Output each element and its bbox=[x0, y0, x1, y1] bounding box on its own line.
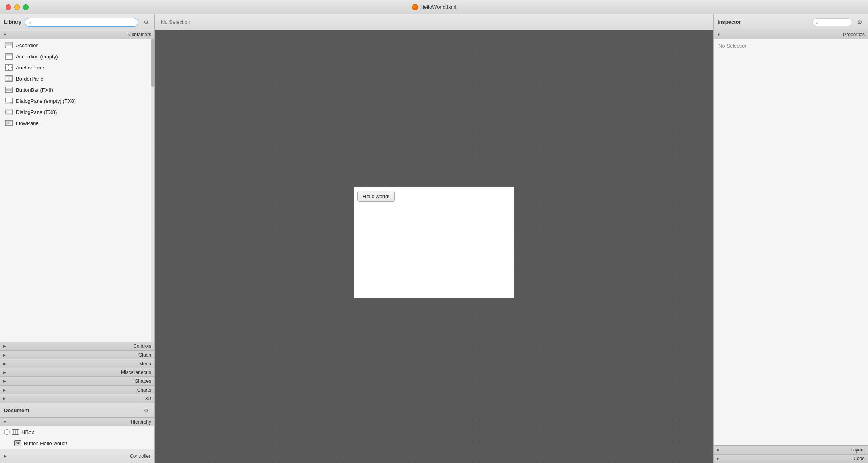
hierarchy-arrow-icon: ▼ bbox=[3, 420, 7, 424]
miscellaneous-section-header[interactable]: ▶ Miscellaneous bbox=[0, 368, 154, 377]
code-section-title: Code bbox=[722, 456, 865, 461]
hbox-icon bbox=[12, 429, 19, 435]
controls-arrow-icon: ▶ bbox=[3, 344, 6, 348]
list-item[interactable]: Accordion bbox=[0, 40, 154, 51]
inspector-search-box[interactable]: ⌕ bbox=[812, 18, 852, 26]
charts-section-title: Charts bbox=[8, 387, 151, 393]
controls-section-header[interactable]: ▶ Controls bbox=[0, 342, 154, 351]
svg-rect-32 bbox=[6, 123, 8, 124]
gluon-arrow-icon: ▶ bbox=[3, 353, 6, 357]
controller-title: Controller bbox=[9, 453, 150, 459]
list-item-label: FlowPane bbox=[16, 120, 39, 126]
canvas-content[interactable]: Hello world! bbox=[155, 30, 713, 463]
hierarchy-item-button[interactable]: OK Button Hello world! bbox=[0, 438, 154, 449]
svg-rect-30 bbox=[8, 121, 9, 122]
list-item-label: BorderPane bbox=[16, 76, 43, 82]
shapes-section-title: Shapes bbox=[8, 378, 151, 384]
svg-rect-14 bbox=[11, 77, 12, 80]
list-item-label: Accordion (empty) bbox=[16, 54, 58, 60]
document-header: Document ⚙ bbox=[0, 403, 154, 418]
list-item[interactable]: AnchorPane bbox=[0, 62, 154, 73]
shapes-section-header[interactable]: ▶ Shapes bbox=[0, 377, 154, 386]
controls-section-title: Controls bbox=[8, 343, 151, 349]
threed-section-header[interactable]: ▶ 3D bbox=[0, 394, 154, 403]
svg-rect-19 bbox=[10, 89, 12, 91]
list-item-label: DialogPane (FX8) bbox=[16, 109, 57, 115]
inspector-gear-button[interactable]: ⚙ bbox=[855, 18, 864, 27]
button-icon: OK bbox=[14, 440, 21, 446]
properties-arrow-icon: ▼ bbox=[717, 33, 720, 37]
list-item[interactable]: DialogPane (FX8) bbox=[0, 106, 154, 118]
gluon-section-header[interactable]: ▶ Gluon bbox=[0, 351, 154, 359]
flowpane-icon bbox=[5, 120, 13, 126]
hierarchy-hbox-label: HBox bbox=[21, 429, 34, 435]
titlebar-buttons bbox=[6, 4, 29, 10]
library-title: Library bbox=[4, 19, 21, 25]
dialogpane-icon bbox=[5, 109, 13, 115]
titlebar: HelloWorld.fxml bbox=[0, 0, 868, 14]
collapse-hbox-button[interactable]: − bbox=[4, 429, 10, 435]
svg-rect-33 bbox=[8, 123, 10, 124]
list-item[interactable]: BorderPane bbox=[0, 73, 154, 84]
svg-rect-13 bbox=[5, 77, 6, 80]
properties-section-header[interactable]: ▼ Properties bbox=[714, 30, 868, 39]
accordion-empty-icon bbox=[5, 53, 13, 60]
library-search-box[interactable]: ⌕ bbox=[25, 18, 138, 27]
svg-rect-12 bbox=[5, 80, 12, 81]
inspector-search-icon: ⌕ bbox=[816, 20, 819, 25]
layout-section-header[interactable]: ▶ Layout bbox=[714, 446, 868, 454]
library-list: Accordion Accordion (empty) bbox=[0, 39, 154, 342]
canvas-no-selection-label: No Selection bbox=[161, 19, 190, 25]
scrollbar-thumb[interactable] bbox=[151, 39, 154, 87]
svg-rect-1 bbox=[5, 42, 12, 44]
list-item-label: AnchorPane bbox=[16, 65, 44, 71]
library-gear-button[interactable]: ⚙ bbox=[142, 18, 150, 27]
hello-world-button[interactable]: Hello world! bbox=[357, 191, 395, 202]
charts-section-header[interactable]: ▶ Charts bbox=[0, 386, 154, 394]
menu-arrow-icon: ▶ bbox=[3, 362, 6, 366]
inspector-content: No Selection bbox=[714, 39, 868, 445]
list-item[interactable]: DialogPane (empty) (FX8) bbox=[0, 95, 154, 106]
menu-section-header[interactable]: ▶ Menu bbox=[0, 359, 154, 368]
svg-rect-24 bbox=[5, 109, 12, 111]
svg-rect-22 bbox=[10, 102, 12, 103]
svg-rect-2 bbox=[5, 44, 12, 46]
hierarchy-section-header[interactable]: ▼ Hierarchy bbox=[0, 418, 154, 426]
accordion-icon bbox=[5, 42, 13, 48]
svg-rect-26 bbox=[6, 111, 9, 113]
canvas-toolbar: No Selection bbox=[155, 14, 713, 30]
list-item[interactable]: FlowPane bbox=[0, 118, 154, 129]
code-arrow-icon: ▶ bbox=[717, 457, 720, 461]
inspector-title: Inspector bbox=[718, 19, 809, 25]
library-search-input[interactable] bbox=[33, 19, 135, 25]
svg-rect-31 bbox=[10, 121, 11, 122]
controller-footer: ▶ Controller bbox=[0, 449, 154, 463]
code-section-header[interactable]: ▶ Code bbox=[714, 454, 868, 463]
list-item[interactable]: ButtonBar (FX8) bbox=[0, 84, 154, 95]
minimize-button[interactable] bbox=[14, 4, 20, 10]
inspector-header: Inspector ⌕ ⚙ bbox=[714, 14, 868, 30]
library-list-inner: Accordion Accordion (empty) bbox=[0, 39, 154, 129]
canvas-window[interactable]: Hello world! bbox=[354, 187, 514, 298]
close-button[interactable] bbox=[6, 4, 11, 10]
hierarchy-item-hbox[interactable]: − HBox bbox=[0, 426, 154, 438]
svg-rect-11 bbox=[5, 76, 12, 77]
document-title: Document bbox=[4, 407, 138, 413]
document-gear-button[interactable]: ⚙ bbox=[142, 406, 150, 415]
list-item[interactable]: Accordion (empty) bbox=[0, 51, 154, 62]
anchorpane-icon bbox=[5, 64, 13, 71]
svg-rect-29 bbox=[6, 121, 7, 122]
inspector-bottom: ▶ Layout ▶ Code bbox=[714, 445, 868, 463]
left-panel: Library ⌕ ⚙ ▼ Containers bbox=[0, 14, 155, 463]
miscellaneous-section-title: Miscellaneous bbox=[8, 370, 151, 375]
layout-arrow-icon: ▶ bbox=[717, 448, 720, 452]
maximize-button[interactable] bbox=[23, 4, 29, 10]
titlebar-title: HelloWorld.fxml bbox=[412, 4, 457, 10]
containers-section-header[interactable]: ▼ Containers bbox=[0, 30, 154, 39]
threed-arrow-icon: ▶ bbox=[3, 397, 6, 401]
main-layout: Library ⌕ ⚙ ▼ Containers bbox=[0, 14, 868, 463]
svg-rect-27 bbox=[10, 114, 12, 114]
svg-rect-4 bbox=[5, 54, 12, 55]
scrollbar-track[interactable] bbox=[151, 39, 154, 342]
containers-section-title: Containers bbox=[9, 32, 151, 37]
